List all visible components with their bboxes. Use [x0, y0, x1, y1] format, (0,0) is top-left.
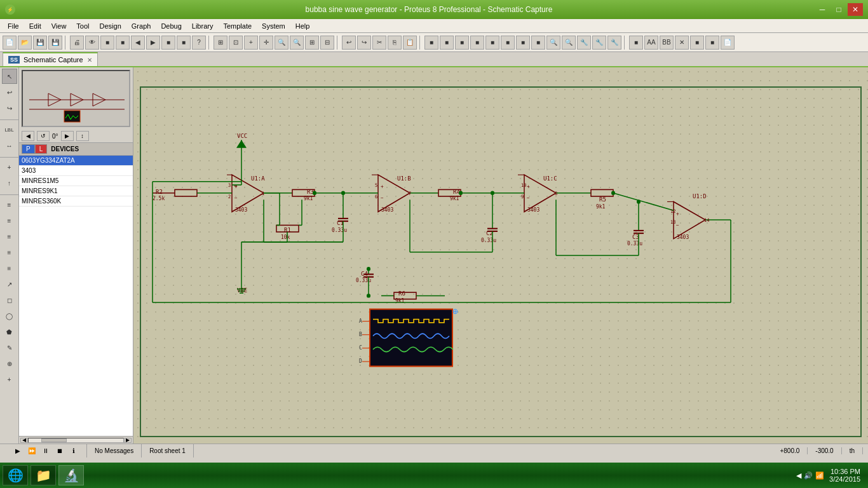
tb-c5[interactable]: ■	[485, 36, 499, 50]
menu-help[interactable]: Help	[290, 21, 315, 31]
select-tool[interactable]: ↖	[2, 69, 17, 84]
menu-system[interactable]: System	[257, 21, 290, 31]
menu-library[interactable]: Library	[187, 21, 219, 31]
tb-open[interactable]: 📂	[18, 36, 32, 50]
tool-f[interactable]: ↗	[2, 276, 17, 292]
tb-tool1[interactable]: 🔧	[577, 36, 591, 50]
tb-b4[interactable]: ▶	[146, 36, 160, 50]
tb-probe2[interactable]: AA	[644, 36, 658, 50]
undo-tool[interactable]: ↩	[2, 85, 17, 100]
scroll-track[interactable]	[28, 438, 124, 443]
tb-undo[interactable]: ↩	[342, 36, 356, 50]
scroll-left[interactable]: ◀	[20, 438, 28, 443]
tb-b7[interactable]: ?	[192, 36, 206, 50]
tb-b2[interactable]: ■	[116, 36, 130, 50]
tb-c8[interactable]: ■	[531, 36, 545, 50]
up-tool[interactable]: ↑	[2, 175, 17, 191]
comp-item-4[interactable]: MINRES360K	[19, 196, 133, 207]
tool-b[interactable]: ≡	[2, 213, 17, 228]
tool-a[interactable]: ≡	[2, 197, 17, 212]
tb-c7[interactable]: ■	[516, 36, 530, 50]
tb-c6[interactable]: ■	[501, 36, 515, 50]
menu-file[interactable]: File	[3, 21, 24, 31]
panel-btn-left[interactable]: ◀	[22, 131, 34, 141]
redo-tool[interactable]: ↪	[2, 100, 17, 116]
list-tab-p[interactable]: P	[22, 144, 35, 154]
comp-item-0[interactable]: 0603YG334ZAT2A	[19, 156, 133, 166]
tb-cut[interactable]: ✂	[372, 36, 386, 50]
tb-zoom3[interactable]: 🔍	[546, 36, 560, 50]
comp-item-2[interactable]: MINRES1M5	[19, 176, 133, 186]
schematic-capture-tab[interactable]: SS Schematic Capture ✕	[3, 52, 98, 66]
tool-c[interactable]: ≡	[2, 229, 17, 244]
panel-btn-right[interactable]: ▶	[61, 131, 74, 141]
tool-e[interactable]: ≡	[2, 261, 17, 276]
tool-l[interactable]: +	[2, 372, 17, 387]
tb-c2[interactable]: ■	[440, 36, 454, 50]
menu-design[interactable]: Design	[95, 21, 126, 31]
tb-tool2[interactable]: 🔧	[592, 36, 606, 50]
tool-i[interactable]: ⬟	[2, 324, 17, 339]
component-tool[interactable]: +	[2, 159, 17, 175]
tb-zoom-area[interactable]: ⊟	[320, 36, 334, 50]
play-button[interactable]: ▶	[13, 446, 23, 456]
menu-template[interactable]: Template	[218, 21, 257, 31]
menu-edit[interactable]: Edit	[24, 21, 46, 31]
tb-b1[interactable]: ■	[100, 36, 114, 50]
tool-j[interactable]: ✎	[2, 340, 17, 355]
taskbar-explorer[interactable]: 📁	[31, 465, 56, 485]
maximize-button[interactable]: □	[831, 3, 846, 16]
tool-k[interactable]: ⊕	[2, 356, 17, 371]
tool-h[interactable]: ◯	[2, 308, 17, 323]
tb-c4[interactable]: ■	[470, 36, 484, 50]
tb-redo[interactable]: ↪	[357, 36, 371, 50]
info-button[interactable]: ℹ	[69, 446, 79, 456]
tb-tool3[interactable]: 🔧	[607, 36, 621, 50]
panel-btn-flip[interactable]: ↕	[76, 131, 89, 141]
menu-view[interactable]: View	[46, 21, 72, 31]
tool-g[interactable]: ◻	[2, 292, 17, 308]
tb-plus[interactable]: +	[244, 36, 258, 50]
step-button[interactable]: ⏩	[27, 446, 37, 456]
tb-save[interactable]: 💾	[33, 36, 47, 50]
tb-zoom-fit[interactable]: ⊞	[305, 36, 319, 50]
tb-probe4[interactable]: ■	[690, 36, 704, 50]
taskbar-proteus[interactable]: 🔬	[58, 465, 84, 485]
tb-c3[interactable]: ■	[455, 36, 469, 50]
pause-button[interactable]: ⏸	[41, 446, 51, 456]
tb-b3[interactable]: ◀	[131, 36, 145, 50]
tb-c1[interactable]: ■	[424, 36, 438, 50]
tb-save2[interactable]: 💾	[48, 36, 62, 50]
menu-graph[interactable]: Graph	[126, 21, 156, 31]
scroll-right[interactable]: ▶	[124, 438, 132, 443]
tb-paste[interactable]: 📋	[403, 36, 417, 50]
taskbar-ie[interactable]: 🌐	[3, 465, 28, 485]
tb-probe[interactable]: ■	[629, 36, 643, 50]
clock-area[interactable]: 10:36 PM 3/24/2015	[829, 468, 860, 483]
tb-grid2[interactable]: ⊡	[229, 36, 243, 50]
tb-cross[interactable]: ✛	[259, 36, 273, 50]
close-button[interactable]: ✕	[848, 3, 863, 16]
tb-b6[interactable]: ■	[177, 36, 191, 50]
tb-copy[interactable]: ⎘	[388, 36, 402, 50]
volume-icon[interactable]: 🔊	[804, 471, 813, 480]
list-tab-l[interactable]: L	[35, 144, 48, 154]
tb-b5[interactable]: ■	[161, 36, 175, 50]
stop-button[interactable]: ⏹	[55, 446, 65, 456]
tb-probe3[interactable]: BB	[660, 36, 674, 50]
lbl-tool[interactable]: LBL	[2, 122, 17, 137]
tb-zoom4[interactable]: 🔍	[562, 36, 576, 50]
tab-close-button[interactable]: ✕	[87, 57, 92, 64]
network-icon[interactable]: 📶	[815, 471, 824, 480]
tb-new[interactable]: 📄	[3, 36, 17, 50]
tb-print[interactable]: 🖨	[70, 36, 84, 50]
tray-arrow[interactable]: ◀	[796, 471, 801, 480]
menu-debug[interactable]: Debug	[156, 21, 186, 31]
arrow-tool[interactable]: ↔	[2, 138, 17, 153]
minimize-button[interactable]: ─	[815, 3, 830, 16]
comp-item-3[interactable]: MINRES9K1	[19, 186, 133, 196]
scroll-thumb[interactable]	[41, 438, 67, 442]
tb-zoom-in[interactable]: 🔍	[275, 36, 288, 50]
tb-grid[interactable]: ⊞	[214, 36, 227, 50]
panel-btn-rotate[interactable]: ↺	[37, 131, 50, 141]
